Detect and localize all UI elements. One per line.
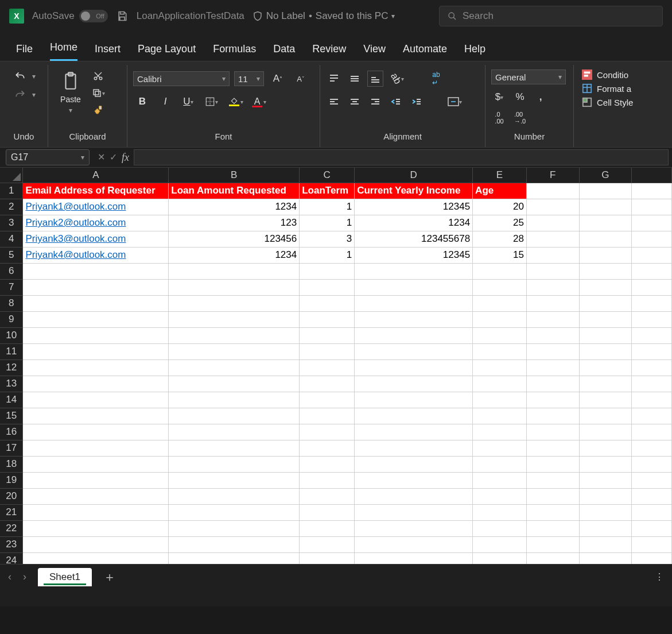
cell-D18[interactable] xyxy=(355,456,473,472)
cell-B6[interactable] xyxy=(169,263,300,279)
row-header-13[interactable]: 13 xyxy=(0,376,23,392)
cell-G19[interactable] xyxy=(579,472,632,488)
col-header-D[interactable]: D xyxy=(355,168,473,183)
cell-B22[interactable] xyxy=(169,520,300,536)
cell-G16[interactable] xyxy=(579,424,632,440)
cell-C18[interactable] xyxy=(300,456,355,472)
cell-G4[interactable] xyxy=(579,231,632,247)
cell-C5[interactable]: 1 xyxy=(300,247,355,263)
cell-B15[interactable] xyxy=(169,408,300,424)
cell-B19[interactable] xyxy=(169,472,300,488)
cell-H7[interactable] xyxy=(632,279,672,295)
cell-G12[interactable] xyxy=(579,359,632,376)
cell-B21[interactable] xyxy=(169,504,300,520)
wrap-text-button[interactable]: ab↵ xyxy=(427,71,445,87)
fill-color-button[interactable]: ▾ xyxy=(225,94,243,110)
tab-review[interactable]: Review xyxy=(312,43,346,61)
autosave-toggle[interactable]: Off xyxy=(79,10,108,22)
cell-G15[interactable] xyxy=(579,408,632,424)
cell-B20[interactable] xyxy=(169,488,300,504)
cell-F4[interactable] xyxy=(526,231,579,247)
cell-D23[interactable] xyxy=(355,536,473,552)
cell-B5[interactable]: 1234 xyxy=(169,247,300,263)
cell-C11[interactable] xyxy=(300,343,355,359)
cell-C17[interactable] xyxy=(300,440,355,456)
cell-H3[interactable] xyxy=(632,215,672,231)
cell-E4[interactable]: 28 xyxy=(473,231,527,247)
cell-D16[interactable] xyxy=(355,424,473,440)
name-box[interactable]: G17 ▾ xyxy=(6,149,90,165)
cell-G21[interactable] xyxy=(579,504,632,520)
undo-button[interactable]: ▾ xyxy=(13,71,36,82)
cell-D5[interactable]: 12345 xyxy=(355,247,473,263)
row-header-15[interactable]: 15 xyxy=(0,408,23,424)
row-header-19[interactable]: 19 xyxy=(0,472,23,488)
cell-A11[interactable] xyxy=(23,343,169,359)
cell-C22[interactable] xyxy=(300,520,355,536)
cell-B1[interactable]: Loan Amount Requested xyxy=(169,183,300,199)
row-header-1[interactable]: 1 xyxy=(0,183,23,199)
chevron-down-icon[interactable]: ▾ xyxy=(391,12,395,20)
decrease-font-button[interactable]: A˅ xyxy=(292,71,310,87)
cell-B10[interactable] xyxy=(169,327,300,343)
cell-G18[interactable] xyxy=(579,456,632,472)
accounting-format-button[interactable]: $▾ xyxy=(491,89,507,105)
cell-F19[interactable] xyxy=(526,472,579,488)
cell-D2[interactable]: 12345 xyxy=(355,199,473,215)
cell-G2[interactable] xyxy=(579,199,632,215)
cell-B23[interactable] xyxy=(169,536,300,552)
cell-E2[interactable]: 20 xyxy=(473,199,527,215)
cell-E22[interactable] xyxy=(473,520,527,536)
cell-F21[interactable] xyxy=(526,504,579,520)
add-sheet-button[interactable]: ＋ xyxy=(103,569,116,586)
cell-B9[interactable] xyxy=(169,311,300,327)
sensitivity-label[interactable]: No Label • Saved to this PC ▾ xyxy=(253,10,395,22)
tab-help[interactable]: Help xyxy=(464,43,485,61)
cell-D12[interactable] xyxy=(355,359,473,376)
tab-automate[interactable]: Automate xyxy=(403,43,447,61)
cell-H1[interactable] xyxy=(632,183,672,199)
increase-decimal-button[interactable]: .0.00 xyxy=(491,110,507,126)
cell-E23[interactable] xyxy=(473,536,527,552)
cell-A21[interactable] xyxy=(23,504,169,520)
cell-A5[interactable]: Priyank4@outlook.com xyxy=(23,247,169,263)
row-header-12[interactable]: 12 xyxy=(0,359,23,376)
comma-format-button[interactable]: , xyxy=(533,89,549,105)
cell-D20[interactable] xyxy=(355,488,473,504)
tab-file[interactable]: File xyxy=(16,43,33,61)
cell-A15[interactable] xyxy=(23,408,169,424)
font-name-select[interactable]: Calibri▾ xyxy=(133,71,230,86)
autosave-control[interactable]: AutoSave Off xyxy=(32,10,108,22)
cell-H16[interactable] xyxy=(632,424,672,440)
cell-D3[interactable]: 1234 xyxy=(355,215,473,231)
cell-B16[interactable] xyxy=(169,424,300,440)
cell-H10[interactable] xyxy=(632,327,672,343)
save-icon[interactable] xyxy=(116,10,129,22)
cell-H4[interactable] xyxy=(632,231,672,247)
align-middle-button[interactable] xyxy=(347,71,363,87)
cell-H5[interactable] xyxy=(632,247,672,263)
cell-H9[interactable] xyxy=(632,311,672,327)
cell-A1[interactable]: Email Address of Requester xyxy=(23,183,169,199)
row-header-9[interactable]: 9 xyxy=(0,311,23,327)
cell-D1[interactable]: Current Yearly Income xyxy=(355,183,473,199)
cell-C15[interactable] xyxy=(300,408,355,424)
cell-C4[interactable]: 3 xyxy=(300,231,355,247)
cell-E1[interactable]: Age xyxy=(473,183,527,199)
cell-C12[interactable] xyxy=(300,359,355,376)
row-header-16[interactable]: 16 xyxy=(0,424,23,440)
cell-D7[interactable] xyxy=(355,279,473,295)
increase-font-button[interactable]: A˄ xyxy=(269,71,287,87)
cell-A18[interactable] xyxy=(23,456,169,472)
italic-button[interactable]: I xyxy=(156,94,174,110)
row-header-21[interactable]: 21 xyxy=(0,504,23,520)
cell-D17[interactable] xyxy=(355,440,473,456)
tab-formulas[interactable]: Formulas xyxy=(213,43,256,61)
cell-F8[interactable] xyxy=(526,295,579,311)
cell-A17[interactable] xyxy=(23,440,169,456)
cell-D22[interactable] xyxy=(355,520,473,536)
align-bottom-button[interactable] xyxy=(367,71,383,87)
row-header-23[interactable]: 23 xyxy=(0,536,23,552)
cell-C7[interactable] xyxy=(300,279,355,295)
cell-H8[interactable] xyxy=(632,295,672,311)
